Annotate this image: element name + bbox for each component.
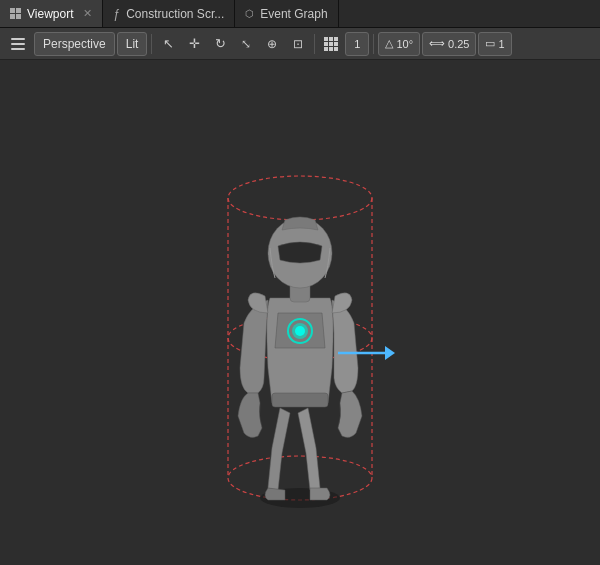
tab-eventgraph[interactable]: ⬡ Event Graph (235, 0, 338, 27)
toolbar: Perspective Lit ↖ ✛ ↻ ⤡ ⊕ ⊡ 1 (0, 28, 600, 60)
grid-icon (324, 37, 338, 51)
svg-rect-9 (272, 393, 328, 407)
move-tool-button[interactable]: ✛ (182, 32, 206, 56)
menu-button[interactable] (4, 32, 32, 56)
tab-construction-label: Construction Scr... (126, 7, 224, 21)
grid-toggle-button[interactable] (319, 32, 343, 56)
separator-3 (373, 34, 374, 54)
rotate-icon: ↻ (215, 36, 226, 51)
camera-tool-button[interactable]: ⊡ (286, 32, 310, 56)
construction-tab-icon: ƒ (113, 7, 120, 21)
scale-snap-button[interactable]: ⟺ 0.25 (422, 32, 476, 56)
grid-number-button[interactable]: 1 (345, 32, 369, 56)
tab-construction[interactable]: ƒ Construction Scr... (103, 0, 235, 27)
svg-point-8 (295, 326, 305, 336)
camera-speed-label: 1 (498, 38, 504, 50)
camera-speed-button[interactable]: ▭ 1 (478, 32, 511, 56)
3d-scene (0, 60, 600, 565)
scale-icon: ⤡ (241, 37, 251, 51)
viewport-tab-icon (10, 8, 21, 19)
eventgraph-tab-icon: ⬡ (245, 8, 254, 19)
angle-label: 10° (396, 38, 413, 50)
svg-marker-13 (385, 346, 395, 360)
move-icon: ✛ (189, 36, 200, 51)
scale-snap-icon: ⟺ (429, 37, 445, 50)
tab-eventgraph-label: Event Graph (260, 7, 327, 21)
select-tool-button[interactable]: ↖ (156, 32, 180, 56)
svg-point-0 (228, 176, 372, 220)
bounding-box-overlay (190, 138, 410, 518)
scale-tool-button[interactable]: ⤡ (234, 32, 258, 56)
perspective-button[interactable]: Perspective (34, 32, 115, 56)
grid-number-label: 1 (354, 38, 360, 50)
select-icon: ↖ (163, 36, 174, 51)
tab-viewport-label: Viewport (27, 7, 73, 21)
tab-viewport-close[interactable]: ✕ (83, 7, 92, 20)
camera-icon: ⊡ (293, 37, 303, 51)
viewport-panel[interactable] (0, 60, 600, 565)
hamburger-icon (9, 35, 27, 53)
robot-model-container (190, 138, 410, 518)
perspective-label: Perspective (43, 37, 106, 51)
lit-label: Lit (126, 37, 139, 51)
separator-2 (314, 34, 315, 54)
scale-snap-label: 0.25 (448, 38, 469, 50)
universal-icon: ⊕ (267, 37, 277, 51)
separator-1 (151, 34, 152, 54)
lit-button[interactable]: Lit (117, 32, 148, 56)
rotate-tool-button[interactable]: ↻ (208, 32, 232, 56)
camera-speed-icon: ▭ (485, 37, 495, 50)
tab-bar: Viewport ✕ ƒ Construction Scr... ⬡ Event… (0, 0, 600, 28)
tab-viewport[interactable]: Viewport ✕ (0, 0, 103, 27)
angle-snap-button[interactable]: △ 10° (378, 32, 420, 56)
universal-tool-button[interactable]: ⊕ (260, 32, 284, 56)
angle-icon: △ (385, 37, 393, 50)
